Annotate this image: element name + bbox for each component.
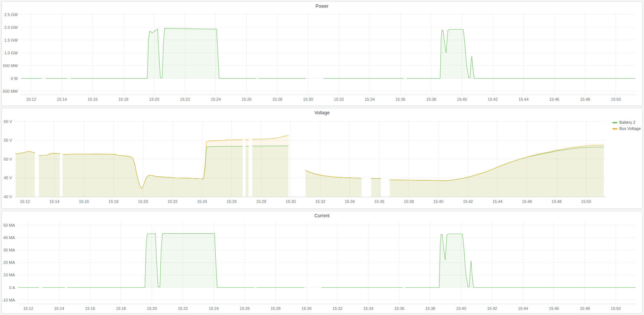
svg-text:15:32: 15:32 <box>315 199 325 204</box>
svg-text:15:28: 15:28 <box>256 199 266 204</box>
svg-text:15:50: 15:50 <box>611 306 621 311</box>
gridlines <box>18 222 636 304</box>
svg-text:15:30: 15:30 <box>286 199 296 204</box>
svg-text:0 A: 0 A <box>9 285 15 290</box>
gridlines <box>21 13 636 95</box>
svg-text:15:48: 15:48 <box>580 306 590 311</box>
svg-text:15:24: 15:24 <box>211 97 221 101</box>
legend-label: Bus Voltage <box>619 126 641 131</box>
svg-text:15:36: 15:36 <box>394 306 405 311</box>
svg-text:15:36: 15:36 <box>374 199 385 204</box>
svg-text:60 V: 60 V <box>4 119 12 124</box>
svg-text:15:24: 15:24 <box>197 199 207 204</box>
svg-text:20 MA: 20 MA <box>3 260 15 265</box>
svg-text:15:24: 15:24 <box>209 306 219 311</box>
svg-text:15:20: 15:20 <box>138 199 148 204</box>
svg-text:1.0 GW: 1.0 GW <box>4 51 18 55</box>
svg-text:15:46: 15:46 <box>549 306 559 311</box>
svg-text:2.5 GW: 2.5 GW <box>4 12 18 17</box>
svg-text:50 MA: 50 MA <box>3 223 15 227</box>
svg-text:55 V: 55 V <box>4 138 12 142</box>
panel-power-title[interactable]: Power <box>2 2 642 10</box>
voltage-chart[interactable]: 40 V45 V50 V55 V60 V15:1215:1415:1615:18… <box>2 116 642 208</box>
svg-text:15:12: 15:12 <box>26 97 36 101</box>
power-plot-svg: -500 MW0 W500 MW1.0 GW1.5 GW2.0 GW2.5 GW… <box>2 10 642 105</box>
svg-text:15:44: 15:44 <box>492 199 503 204</box>
svg-text:15:16: 15:16 <box>87 97 98 101</box>
svg-text:15:22: 15:22 <box>178 306 188 311</box>
svg-text:15:26: 15:26 <box>240 306 250 311</box>
svg-text:15:18: 15:18 <box>116 306 126 311</box>
svg-text:15:36: 15:36 <box>395 97 406 101</box>
x-axis: 15:1215:1415:1615:1815:2015:2215:2415:26… <box>21 95 636 101</box>
current-plot-svg: -10 MA0 A10 MA20 MA30 MA40 MA50 MA15:121… <box>2 219 642 313</box>
svg-text:15:14: 15:14 <box>54 306 65 311</box>
voltage-plot-svg: 40 V45 V50 V55 V60 V15:1215:1415:1615:18… <box>2 116 642 208</box>
panel-current: Current -10 MA0 A10 MA20 MA30 MA40 MA50 … <box>1 211 643 314</box>
svg-text:15:32: 15:32 <box>334 97 344 101</box>
svg-text:500 MW: 500 MW <box>3 64 18 68</box>
svg-text:15:22: 15:22 <box>180 97 190 101</box>
svg-text:15:28: 15:28 <box>270 306 281 311</box>
svg-text:15:28: 15:28 <box>272 97 282 101</box>
svg-text:15:40: 15:40 <box>457 97 467 101</box>
svg-text:15:50: 15:50 <box>581 199 591 204</box>
svg-text:15:46: 15:46 <box>522 199 532 204</box>
svg-text:30 MA: 30 MA <box>3 248 15 252</box>
svg-text:-10 MA: -10 MA <box>2 298 15 302</box>
legend-swatch <box>612 128 617 130</box>
power-series <box>22 28 635 78</box>
legend-item-battery-2[interactable]: Battery 2 <box>612 120 641 125</box>
svg-text:15:14: 15:14 <box>49 199 59 204</box>
svg-text:15:30: 15:30 <box>301 306 312 311</box>
svg-text:15:34: 15:34 <box>363 306 374 311</box>
svg-text:15:26: 15:26 <box>227 199 237 204</box>
x-axis: 15:1215:1415:1615:1815:2015:2215:2415:26… <box>15 197 606 204</box>
svg-text:15:26: 15:26 <box>242 97 252 101</box>
svg-text:15:30: 15:30 <box>303 97 313 101</box>
legend-label: Battery 2 <box>619 120 635 125</box>
svg-text:15:16: 15:16 <box>79 199 89 204</box>
svg-text:15:34: 15:34 <box>345 199 355 204</box>
svg-text:15:32: 15:32 <box>332 306 343 311</box>
svg-text:45 V: 45 V <box>4 176 12 180</box>
svg-text:15:20: 15:20 <box>149 97 159 101</box>
svg-text:15:48: 15:48 <box>551 199 562 204</box>
svg-text:-500 MW: -500 MW <box>2 89 18 93</box>
x-axis: 15:1215:1415:1615:1815:2015:2215:2415:26… <box>18 304 636 311</box>
svg-text:15:18: 15:18 <box>109 199 119 204</box>
y-axis: -500 MW0 W500 MW1.0 GW1.5 GW2.0 GW2.5 GW <box>2 12 18 93</box>
svg-text:15:14: 15:14 <box>57 97 67 101</box>
svg-text:0 W: 0 W <box>11 76 18 81</box>
svg-text:15:38: 15:38 <box>426 97 436 101</box>
svg-text:15:46: 15:46 <box>549 97 559 101</box>
panel-power: Power -500 MW0 W500 MW1.0 GW1.5 GW2.0 GW… <box>1 1 643 106</box>
svg-text:15:12: 15:12 <box>23 306 34 311</box>
y-axis: -10 MA0 A10 MA20 MA30 MA40 MA50 MA <box>2 223 15 302</box>
svg-text:15:12: 15:12 <box>20 199 30 204</box>
current-chart[interactable]: -10 MA0 A10 MA20 MA30 MA40 MA50 MA15:121… <box>2 219 642 313</box>
svg-text:15:40: 15:40 <box>433 199 444 204</box>
svg-text:15:50: 15:50 <box>611 97 621 101</box>
panel-current-title[interactable]: Current <box>2 211 642 219</box>
svg-text:15:48: 15:48 <box>580 97 590 101</box>
svg-text:40 MA: 40 MA <box>3 235 15 240</box>
svg-text:15:18: 15:18 <box>118 97 129 101</box>
svg-text:10 MA: 10 MA <box>3 273 15 277</box>
power-chart[interactable]: -500 MW0 W500 MW1.0 GW1.5 GW2.0 GW2.5 GW… <box>2 10 642 105</box>
svg-text:2.0 GW: 2.0 GW <box>4 25 18 30</box>
svg-text:15:42: 15:42 <box>463 199 473 204</box>
legend-item-bus-voltage[interactable]: Bus Voltage <box>612 126 641 131</box>
current-series <box>19 234 635 288</box>
bus-voltage-series <box>16 135 604 197</box>
panel-voltage-title[interactable]: Voltage <box>2 108 642 116</box>
legend: Battery 2Bus Voltage <box>612 120 641 131</box>
dashboard: Power -500 MW0 W500 MW1.0 GW1.5 GW2.0 GW… <box>0 0 644 315</box>
svg-text:1.5 GW: 1.5 GW <box>4 38 18 42</box>
legend-swatch <box>612 122 617 123</box>
svg-text:15:34: 15:34 <box>364 97 375 101</box>
svg-text:40 V: 40 V <box>4 195 12 199</box>
svg-text:15:20: 15:20 <box>147 306 157 311</box>
svg-text:15:16: 15:16 <box>85 306 95 311</box>
svg-text:15:22: 15:22 <box>168 199 178 204</box>
